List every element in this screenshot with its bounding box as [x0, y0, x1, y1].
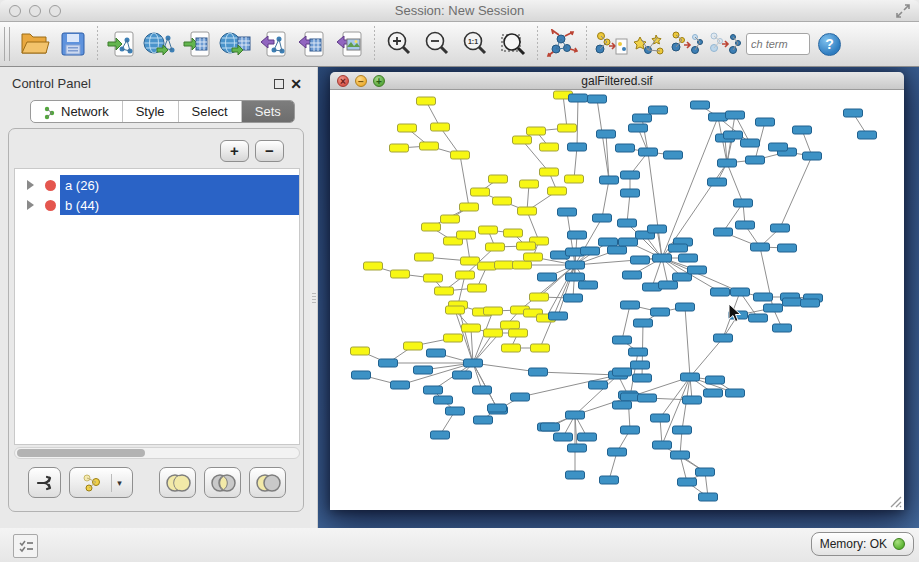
network-node — [461, 257, 480, 265]
zoom-in-button[interactable] — [380, 25, 418, 63]
set-row-b[interactable]: b (44) — [15, 195, 299, 215]
network-node — [783, 298, 802, 306]
network-node — [633, 374, 652, 382]
toolbar-separator — [97, 26, 98, 62]
set-color-dot — [45, 180, 56, 191]
window-resize-grip[interactable] — [888, 494, 902, 508]
union-button[interactable] — [159, 467, 196, 498]
network-node — [435, 287, 454, 295]
toolbar-drag-handle[interactable] — [4, 27, 10, 61]
merge-networks-button[interactable] — [668, 25, 706, 63]
filter-network-button[interactable] — [706, 25, 744, 63]
import-table-web-button[interactable] — [217, 25, 255, 63]
tab-sets[interactable]: Sets — [242, 101, 294, 122]
create-set-combo-button[interactable]: ▾ — [69, 467, 133, 498]
network-node — [488, 404, 507, 412]
network-node — [457, 231, 476, 239]
network-canvas[interactable] — [330, 90, 904, 510]
network-node — [597, 130, 616, 138]
tab-network[interactable]: Network — [31, 101, 123, 122]
task-history-button[interactable] — [13, 534, 38, 558]
select-first-neighbors-button[interactable] — [630, 25, 668, 63]
expander-icon[interactable] — [27, 180, 34, 190]
mouse-cursor — [728, 303, 742, 323]
horizontal-scrollbar[interactable] — [14, 447, 300, 459]
zoom-out-button[interactable] — [418, 25, 456, 63]
network-node — [569, 94, 588, 102]
network-node — [653, 254, 672, 262]
save-session-button[interactable] — [54, 25, 92, 63]
network-node — [724, 131, 743, 139]
network-window-titlebar[interactable]: × − + galFiltered.sif — [330, 72, 904, 90]
import-network-file-button[interactable] — [103, 25, 141, 63]
new-network-from-selection-button[interactable] — [592, 25, 630, 63]
network-node — [714, 228, 733, 236]
network-node — [513, 136, 532, 144]
set-row-a[interactable]: a (26) — [15, 175, 299, 195]
network-node — [771, 224, 790, 232]
network-node — [441, 215, 460, 223]
network-view-window[interactable]: × − + galFiltered.sif — [330, 72, 904, 510]
apply-layout-button[interactable] — [543, 25, 581, 63]
network-node — [424, 386, 443, 394]
help-button[interactable]: ? — [818, 33, 841, 56]
add-set-button[interactable]: + — [220, 140, 249, 162]
maximize-network-icon[interactable]: + — [373, 75, 385, 87]
network-node — [803, 152, 822, 160]
open-file-button[interactable] — [16, 25, 54, 63]
network-node — [619, 238, 638, 246]
memory-status-button[interactable]: Memory: OK — [811, 532, 914, 556]
network-node — [427, 349, 446, 357]
remove-set-button[interactable]: − — [255, 140, 284, 162]
tab-style[interactable]: Style — [123, 101, 179, 122]
network-node — [708, 178, 727, 186]
main-toolbar: 1:1 ? — [0, 22, 919, 67]
dropdown-arrow-icon[interactable]: ▾ — [117, 478, 122, 488]
memory-ok-icon — [893, 538, 905, 550]
set-label: a (26) — [60, 175, 299, 195]
network-node — [502, 344, 521, 352]
window-titlebar[interactable]: Session: New Session — [0, 0, 919, 22]
panel-splitter[interactable] — [310, 67, 318, 528]
tab-select[interactable]: Select — [179, 101, 242, 122]
network-canvas-area[interactable] — [330, 90, 904, 510]
network-node — [688, 266, 707, 274]
network-node — [530, 293, 549, 301]
network-node — [446, 407, 465, 415]
zoom-fit-selected-button[interactable] — [494, 25, 532, 63]
splitter-grip-icon — [312, 293, 316, 303]
split-set-button[interactable] — [28, 467, 61, 498]
close-panel-icon[interactable]: ✕ — [290, 76, 302, 92]
difference-button[interactable] — [249, 467, 286, 498]
scrollbar-thumb[interactable] — [17, 449, 145, 457]
network-node — [424, 274, 443, 282]
network-node — [431, 123, 450, 131]
network-window-controls: × − + — [337, 75, 385, 87]
network-node — [621, 189, 640, 197]
export-image-button[interactable] — [331, 25, 369, 63]
float-panel-icon[interactable] — [274, 79, 284, 89]
close-network-icon[interactable]: × — [337, 75, 349, 87]
search-input[interactable] — [746, 33, 810, 55]
zoom-actual-size-button[interactable]: 1:1 — [456, 25, 494, 63]
minimize-network-icon[interactable]: − — [355, 75, 367, 87]
network-node — [484, 329, 503, 337]
network-node — [460, 203, 479, 211]
network-node — [495, 261, 514, 269]
import-network-web-button[interactable] — [141, 25, 179, 63]
expander-icon[interactable] — [27, 200, 34, 210]
network-node — [509, 329, 528, 337]
network-node — [566, 471, 585, 479]
network-node — [391, 270, 410, 278]
network-node — [541, 423, 560, 431]
status-bar: Memory: OK — [0, 528, 919, 562]
import-table-file-button[interactable] — [179, 25, 217, 63]
intersection-button[interactable] — [204, 467, 241, 498]
network-node — [364, 262, 383, 270]
network-window-title: galFiltered.sif — [330, 72, 904, 90]
export-network-button[interactable] — [255, 25, 293, 63]
network-node — [801, 299, 820, 307]
fullscreen-arrows-icon[interactable] — [895, 3, 911, 23]
export-table-button[interactable] — [293, 25, 331, 63]
network-node — [501, 321, 520, 329]
